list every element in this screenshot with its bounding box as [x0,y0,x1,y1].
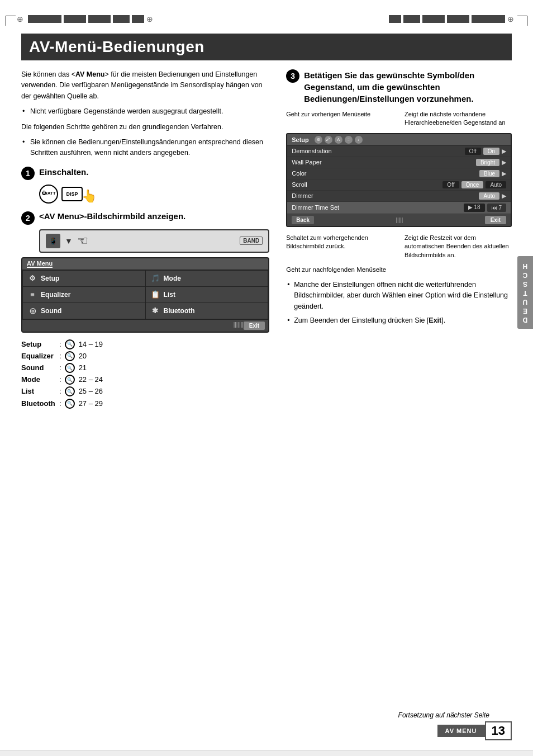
page-title: AV-Menü-Bedienungen [21,34,512,60]
av-menu-item-list-label: List [164,291,175,299]
bar-block-1 [28,15,61,23]
ref-search-icon-sound: 🔍 [65,363,75,373]
wallpaper-arrow: ▶ [502,159,506,166]
bar-block-10 [472,15,505,23]
ref-item-list: List : 🔍 25 – 26 [21,386,269,396]
dimmer-auto-btn[interactable]: Auto [479,192,499,200]
color-arrow: ▶ [502,170,506,177]
bottom-bar: GE12-21_KW-AVX720[E]1.indd 13 1/16/09 4:… [0,750,533,756]
color-blue-btn[interactable]: Blue [479,170,499,177]
bar-block-2 [64,15,86,23]
wallpaper-bright-btn[interactable]: Bright [476,159,499,166]
bottom-annotations: Schaltet zum vorhergehenden Bildschirmbi… [286,234,512,259]
ann-next-level: Zeigt die nächste vorhandene Hierarchiee… [404,110,512,127]
demo-on-btn[interactable]: On [483,148,499,155]
bar-block-8 [422,15,445,23]
setup-row-wallpaper: Wall Paper Bright ▶ [287,157,511,168]
top-decorative-bar [0,10,533,28]
setup-icon-2: 🖊 [325,136,332,144]
av-menu-item-mode[interactable]: 🎵 Mode [146,271,268,286]
bar-block-5 [132,15,144,23]
av-menu-item-setup[interactable]: ⚙ Setup [23,271,145,286]
av-menu-item-sound[interactable]: ◎ Sound [23,303,145,319]
bar-block-6 [389,15,401,23]
intro-bullet1: Nicht verfügbare Gegenstände werden ausg… [21,106,269,117]
demo-off-btn[interactable]: Off [465,148,481,155]
hand-press-icon: 👆 [82,189,97,204]
mode-icon: 🎵 [150,273,160,284]
av-menu-item-mode-label: Mode [164,275,181,282]
deutsch-sidebar: DEUTSCH [517,256,533,329]
ref-equalizer-pages: 20 [79,351,87,361]
ref-search-icon-mode: 🔍 [65,375,75,385]
ref-setup-label: Setup [21,339,57,349]
setup-title: Setup [292,136,309,143]
scroll-off-btn[interactable]: Off [442,181,459,188]
page-number: 13 [485,721,512,740]
disp-button[interactable]: DISP [61,187,83,201]
ref-item-mode: Mode : 🔍 22 – 24 [21,375,269,385]
section-label: AV MENU [437,725,485,737]
page-num-area: AV MENU 13 [21,721,512,740]
step3-title: Betätigen Sie das gewünschte Symbol/den … [304,69,512,105]
ref-sound-label: Sound [21,363,57,373]
ref-item-bluetooth: Bluetooth : 🔍 27 – 29 [21,399,269,409]
right-bullets: Manche der Einstellungen öffnen nicht di… [286,280,512,327]
step2-title: <AV Menu>-Bildschirmbild anzeigen. [39,211,185,221]
setup-back-button[interactable]: Back [292,216,314,224]
step1-buttons: ⏻/ATT DISP 👆 [39,185,269,204]
continuation-text: Fortsetzung auf nächster Seite [21,711,512,719]
down-arrow-icon: ▼ [65,237,73,245]
setup-row-demonstration: Demonstration Off On ▶ [287,146,511,157]
scroll-once-btn[interactable]: Once [461,181,484,188]
dimmer-time-start[interactable]: ▶ 18 [464,204,485,212]
ref-search-icon-list: 🔍 [65,386,75,396]
setup-footer: Back ||||| Exit [287,214,511,226]
setup-exit-button[interactable]: Exit [485,216,506,224]
ref-list-pages: 25 – 26 [79,386,103,396]
equalizer-icon: ≡ [27,290,37,300]
step1-circle: 1 [21,167,35,180]
av-menu-item-sound-label: Sound [41,307,61,315]
left-column: Sie können das <AV Menu> für die meisten… [21,69,269,415]
setup-screen: Setup ⚙ 🖊 A = ♪ Demonstration O [286,133,512,227]
bottom-decorative-bar: GE12-21_KW-AVX720[E]1.indd 13 1/16/09 4:… [0,750,533,756]
step2-circle: 2 [21,211,35,225]
av-menu-item-bluetooth-label: Bluetooth [164,307,195,315]
reg-mark-bottom [280,754,289,756]
setup-row-scroll: Scroll Off Once Auto [287,179,511,191]
right-bullet-2: Zum Beenden der Einstellung drücken Sie … [286,315,512,326]
ref-bluetooth-label: Bluetooth [21,399,57,409]
ref-equalizer-label: Equalizer [21,351,57,361]
intro-para1: Sie können das <AV Menu> für die meisten… [21,69,269,102]
bar-block-9 [447,15,469,23]
ref-item-setup: Setup : 🔍 14 – 19 [21,339,269,349]
bluetooth-icon: ✱ [150,306,160,316]
ref-bluetooth-pages: 27 – 29 [79,399,103,409]
av-menu-item-equalizer[interactable]: ≡ Equalizer [23,287,145,303]
ref-mode-label: Mode [21,375,57,385]
ann-back-screen: Schaltet zum vorhergehenden Bildschirmbi… [286,234,393,259]
setup-row-color: Color Blue ▶ [287,168,511,179]
step2-header: 2 <AV Menu>-Bildschirmbild anzeigen. [21,211,269,225]
dimmer-time-end: ⏮ 7 [487,204,506,212]
ann-prev-page: Geht zur vorherigen Menüseite [286,110,393,127]
bar-block-4 [113,15,130,23]
av-menu-item-setup-label: Setup [41,275,59,282]
list-icon: 📋 [150,290,160,300]
scroll-auto-btn[interactable]: Auto [486,181,506,188]
reg-mark-right [507,15,516,23]
av-menu-item-list[interactable]: 📋 List [146,287,268,303]
step1-header: 1 Einschalten. [21,167,269,180]
ref-search-icon-setup: 🔍 [65,339,75,349]
av-menu-title: AV Menu [22,258,268,270]
right-column: 3 Betätigen Sie das gewünschte Symbol/de… [286,69,512,415]
av-menu-exit-button[interactable]: Exit [244,322,265,330]
ref-search-icon-eq: 🔍 [65,351,75,361]
power-att-button[interactable]: ⏻/ATT [39,185,58,204]
setup-icon-3: A [335,136,342,144]
right-bullet-1: Manche der Einstellungen öffnen nicht di… [286,280,512,312]
top-annotations: Geht zur vorherigen Menüseite Zeigt die … [286,110,512,127]
step3-circle: 3 [286,69,299,83]
av-menu-item-bluetooth[interactable]: ✱ Bluetooth [146,303,268,319]
